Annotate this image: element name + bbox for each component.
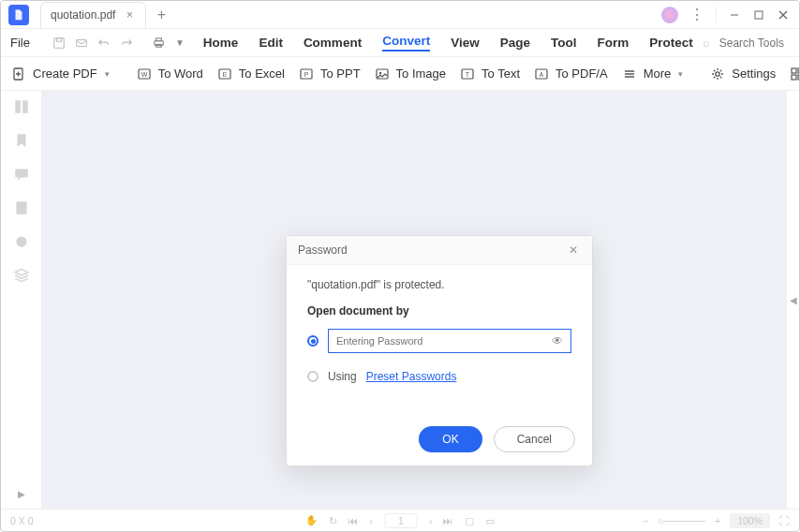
undo-icon[interactable]	[97, 35, 111, 52]
menu-file[interactable]: File	[10, 36, 30, 50]
menu-comment[interactable]: Comment	[304, 36, 362, 50]
dialog-message: "quotation.pdf" is protected.	[307, 278, 571, 291]
menubar: File ▼ Home Edit Comment Convert View Pa…	[1, 29, 799, 57]
prev-page-icon[interactable]: ‹	[370, 515, 374, 526]
fullscreen-icon[interactable]: ⛶	[779, 515, 790, 526]
svg-text:W: W	[141, 71, 147, 78]
cancel-button[interactable]: Cancel	[494, 426, 575, 452]
to-ppt-button[interactable]: P To PPT	[298, 66, 361, 82]
using-label: Using	[328, 370, 357, 383]
comment-icon[interactable]	[13, 166, 30, 183]
menu-home[interactable]: Home	[203, 36, 239, 50]
svg-rect-33	[798, 75, 799, 80]
to-text-label: To Text	[481, 66, 520, 81]
image-icon	[374, 66, 391, 82]
excel-icon: E	[216, 66, 233, 82]
to-word-label: To Word	[158, 66, 203, 81]
last-page-icon[interactable]: ⏭	[443, 515, 453, 526]
menu-tool[interactable]: Tool	[551, 36, 577, 50]
right-sidebar[interactable]: ◀	[786, 91, 799, 509]
radio-preset-password[interactable]	[307, 371, 319, 382]
fit-page-icon[interactable]: ▢	[465, 515, 474, 526]
layers-icon[interactable]	[13, 267, 30, 284]
zoom-out-icon[interactable]: −	[643, 515, 648, 526]
password-input[interactable]	[336, 335, 552, 347]
create-pdf-icon	[10, 66, 27, 82]
chevron-down-icon: ▾	[678, 69, 683, 79]
page-number[interactable]: 1	[384, 513, 418, 528]
zoom-in-icon[interactable]: +	[715, 515, 720, 526]
window-close-icon[interactable]	[777, 8, 790, 22]
to-pdfa-button[interactable]: A To PDF/A	[533, 66, 608, 82]
svg-rect-5	[56, 37, 61, 41]
window-minimize-icon[interactable]	[728, 8, 741, 22]
expand-sidebar-icon[interactable]: ▶	[18, 489, 25, 499]
svg-text:T: T	[466, 71, 470, 78]
rotate-icon[interactable]: ↻	[329, 515, 337, 526]
document-tab[interactable]: quotation.pdf ×	[40, 2, 146, 28]
more-button[interactable]: More ▾	[621, 66, 684, 82]
user-avatar[interactable]	[661, 7, 678, 23]
to-text-button[interactable]: T To Text	[459, 66, 520, 82]
create-pdf-button[interactable]: Create PDF ▾	[10, 66, 110, 82]
menu-form[interactable]: Form	[597, 36, 629, 50]
search-panel-icon[interactable]	[13, 233, 30, 250]
svg-point-21	[378, 71, 380, 73]
save-icon[interactable]	[52, 35, 66, 52]
print-dropdown-icon[interactable]: ▼	[175, 35, 185, 52]
ok-button[interactable]: OK	[419, 426, 481, 452]
attachment-icon[interactable]	[13, 200, 30, 216]
menu-protect[interactable]: Protect	[649, 36, 693, 50]
text-icon: T	[459, 66, 476, 82]
print-icon[interactable]	[152, 35, 166, 52]
statusbar: 0 X 0 ✋ ↻ ⏮ ‹ 1 › ⏭ ▢ ▭ − ○────── + 100%…	[1, 509, 799, 531]
to-image-button[interactable]: To Image	[374, 66, 446, 82]
svg-point-29	[716, 71, 719, 75]
first-page-icon[interactable]: ⏮	[348, 515, 359, 526]
radio-enter-password[interactable]	[307, 335, 319, 347]
password-dialog: Password ✕ "quotation.pdf" is protected.…	[286, 235, 593, 466]
svg-rect-31	[798, 68, 799, 73]
hand-tool-icon[interactable]: ✋	[305, 514, 318, 526]
tab-title: quotation.pdf	[51, 8, 115, 22]
kebab-menu-icon[interactable]: ⋮	[689, 6, 704, 23]
svg-rect-30	[792, 68, 796, 73]
window-maximize-icon[interactable]	[752, 8, 765, 22]
new-tab-button[interactable]: +	[152, 7, 170, 23]
to-image-label: To Image	[396, 66, 446, 81]
to-word-button[interactable]: W To Word	[136, 66, 203, 82]
preset-passwords-link[interactable]: Preset Passwords	[366, 370, 457, 383]
fit-width-icon[interactable]: ▭	[485, 515, 495, 526]
svg-point-38	[16, 236, 26, 246]
document-canvas: Password ✕ "quotation.pdf" is protected.…	[42, 91, 786, 509]
ppt-icon: P	[298, 66, 315, 82]
dialog-title: Password	[298, 244, 348, 257]
open-document-by-label: Open document by	[307, 304, 571, 318]
zoom-slider-icon[interactable]: ○──────	[658, 515, 705, 526]
menu-page[interactable]: Page	[500, 36, 530, 50]
search-input[interactable]	[719, 37, 800, 50]
dialog-close-icon[interactable]: ✕	[566, 244, 581, 257]
settings-button[interactable]: Settings	[709, 66, 776, 82]
show-password-icon[interactable]: 👁	[552, 334, 563, 347]
to-excel-button[interactable]: E To Excel	[216, 66, 285, 82]
mail-icon[interactable]	[75, 35, 88, 52]
bookmark-icon[interactable]	[13, 132, 30, 149]
svg-rect-34	[15, 100, 21, 113]
chevron-down-icon: ▾	[105, 69, 110, 79]
svg-rect-6	[77, 39, 87, 46]
menu-edit[interactable]: Edit	[259, 36, 283, 50]
thumbnails-icon[interactable]	[13, 98, 30, 115]
batch-convert-button[interactable]: Batch Conve ›	[789, 66, 799, 82]
to-pdfa-label: To PDF/A	[556, 66, 608, 81]
menu-convert[interactable]: Convert	[382, 34, 430, 52]
next-page-icon[interactable]: ›	[429, 515, 433, 526]
tab-close-icon[interactable]: ×	[123, 8, 136, 22]
menu-view[interactable]: View	[451, 36, 480, 50]
app-logo	[8, 5, 29, 25]
svg-rect-37	[16, 201, 26, 214]
zoom-percent[interactable]: 100%	[730, 513, 770, 528]
batch-icon	[789, 66, 799, 82]
redo-icon[interactable]	[120, 35, 133, 52]
titlebar: quotation.pdf × + ⋮	[1, 1, 799, 29]
